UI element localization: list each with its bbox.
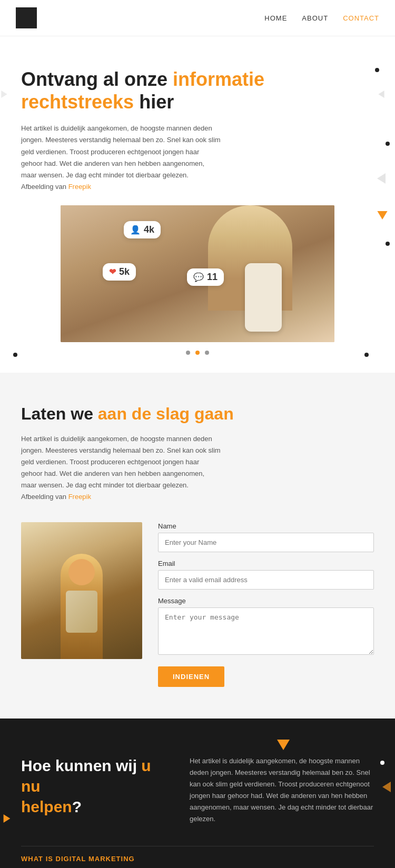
hero-section: Ontvang al onze informatie rechtstreeks …: [0, 36, 395, 373]
section2-freepik-link[interactable]: Freepik: [68, 493, 91, 501]
name-label: Name: [158, 522, 374, 530]
deco-tri-1: [377, 89, 386, 102]
deco-dot-4: [13, 353, 17, 357]
section3-heading: Hoe kunnen wij u nu helpen?: [21, 755, 169, 825]
section2-body: Het artikel is duidelijk aangekomen, de …: [21, 433, 221, 503]
deco-tri-dark-left-1: [3, 813, 11, 826]
email-input[interactable]: [158, 570, 374, 590]
section3-description: Het artikel is duidelijk aangekomen, de …: [190, 755, 374, 825]
section3-top: Hoe kunnen wij u nu helpen? Het artikel …: [21, 755, 374, 825]
section2: Laten we aan de slag gaan Het artikel is…: [0, 373, 395, 719]
name-field-group: Name: [158, 522, 374, 552]
deco-tri-left-1: [0, 89, 8, 102]
navbar: HOME ABOUT CONTACT: [0, 0, 395, 36]
carousel-dots: [21, 347, 374, 357]
faq-title-1: WHAT IS DIGITAL MARKETING: [21, 855, 374, 863]
faq-list: WHAT IS DIGITAL MARKETING Het artikel is…: [21, 846, 374, 868]
nav-contact[interactable]: CONTACT: [343, 14, 379, 22]
message-field-group: Message: [158, 597, 374, 657]
email-field-group: Email: [158, 560, 374, 590]
deco-dot-2: [386, 142, 390, 146]
nav-home[interactable]: HOME: [264, 14, 287, 22]
hero-image: 👤 4k ❤ 5k 💬 11: [61, 205, 334, 342]
bubble-followers: 👤 4k: [124, 221, 161, 238]
deco-tri-dark-2: [382, 782, 391, 794]
submit-button[interactable]: INDIENEN: [158, 666, 224, 687]
form-image: [21, 522, 142, 659]
message-textarea[interactable]: [158, 607, 374, 655]
deco-dot-3: [386, 242, 390, 246]
nav-links: HOME ABOUT CONTACT: [264, 13, 379, 23]
bubble-likes: ❤ 5k: [103, 263, 136, 281]
bubble-comments: 💬 11: [187, 268, 224, 286]
email-label: Email: [158, 560, 374, 567]
hero-body: Het artikel is duidelijk aangekomen, de …: [21, 123, 221, 193]
deco-tri-2: [377, 173, 386, 186]
hero-freepik-link[interactable]: Freepik: [68, 183, 91, 191]
message-label: Message: [158, 597, 374, 605]
contact-form: Name Email Message INDIENEN: [158, 522, 374, 687]
faq-item-1[interactable]: WHAT IS DIGITAL MARKETING Het artikel is…: [21, 846, 374, 868]
section2-heading: Laten we aan de slag gaan: [21, 404, 374, 424]
deco-tri-dark-1: [277, 740, 290, 752]
name-input[interactable]: [158, 533, 374, 552]
logo: [16, 7, 37, 28]
hero-heading: Ontvang al onze informatie rechtstreeks …: [21, 68, 374, 113]
deco-tri-3: [376, 210, 389, 223]
nav-about[interactable]: ABOUT: [302, 14, 328, 22]
deco-dot-dark-1: [380, 761, 384, 765]
section3: Hoe kunnen wij u nu helpen? Het artikel …: [0, 719, 395, 869]
form-area: Name Email Message INDIENEN: [21, 522, 374, 687]
deco-dot-1: [375, 68, 379, 72]
